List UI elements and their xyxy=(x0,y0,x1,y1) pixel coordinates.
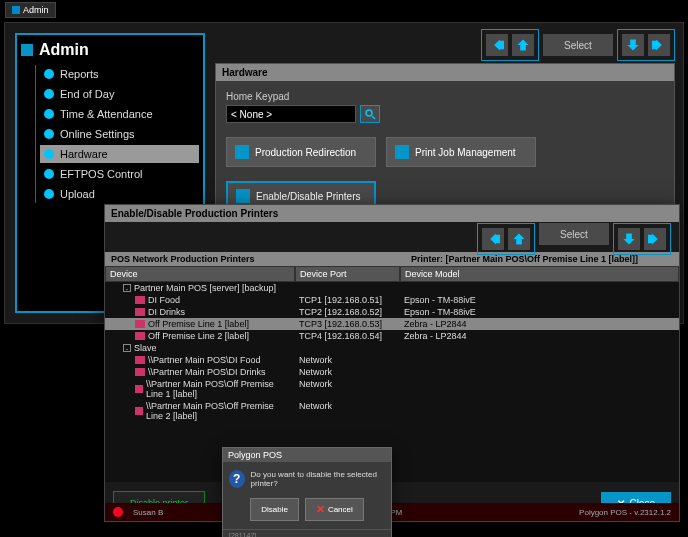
confirm-disable-label: Disable xyxy=(261,505,288,514)
device-model xyxy=(400,378,679,400)
sidebar-item-reports[interactable]: Reports xyxy=(40,65,199,83)
sidebar-title: Admin xyxy=(39,41,89,59)
redirect-icon xyxy=(235,145,249,159)
device-port: Network xyxy=(295,378,400,400)
printer-node-icon xyxy=(135,332,145,340)
device-port: TCP4 [192.168.0.54] xyxy=(295,330,400,342)
printers-dialog: Enable/Disable Production Printers Selec… xyxy=(104,204,680,522)
sidebar-item-end-of-day[interactable]: End of Day xyxy=(40,85,199,103)
confirm-footer: [281147] xyxy=(223,529,391,537)
sidebar-item-upload[interactable]: Upload xyxy=(40,185,199,203)
device-name: Off Premise Line 2 [label] xyxy=(148,331,249,341)
table-row[interactable]: DI DrinksTCP2 [192.168.0.52]Epson - TM-8… xyxy=(105,306,679,318)
status-user: Susan B xyxy=(133,508,163,517)
main-toolbar: Select xyxy=(481,29,675,61)
card-label: Print Job Management xyxy=(415,147,516,158)
dlg-nav-down-button[interactable] xyxy=(618,228,640,250)
sidebar-item-online-settings[interactable]: Online Settings xyxy=(40,125,199,143)
grid-body[interactable]: -Partner Main POS [server] [backup]DI Fo… xyxy=(105,282,679,482)
bullet-icon xyxy=(44,189,54,199)
device-name: \\Partner Main POS\DI Drinks xyxy=(148,367,266,377)
bullet-icon xyxy=(44,149,54,159)
nav-prev-button[interactable] xyxy=(486,34,508,56)
sidebar-item-label: Time & Attendance xyxy=(60,108,153,120)
dlg-nav-prev-button[interactable] xyxy=(482,228,504,250)
device-model xyxy=(400,282,679,294)
confirm-cancel-button[interactable]: ✕Cancel xyxy=(305,498,364,521)
sidebar-item-label: End of Day xyxy=(60,88,114,100)
question-icon: ? xyxy=(229,470,245,488)
table-row[interactable]: DI FoodTCP1 [192.168.0.51]Epson - TM-88i… xyxy=(105,294,679,306)
device-port xyxy=(295,282,400,294)
confirm-cancel-label: Cancel xyxy=(328,505,353,514)
sidebar-item-time-attendance[interactable]: Time & Attendance xyxy=(40,105,199,123)
device-model xyxy=(400,354,679,366)
device-model: Epson - TM-88ivE xyxy=(400,306,679,318)
record-icon xyxy=(113,507,123,517)
device-name: Slave xyxy=(134,343,157,353)
home-keypad-label: Home Keypad xyxy=(226,91,664,102)
table-row[interactable]: Off Premise Line 1 [label]TCP3 [192.168.… xyxy=(105,318,679,330)
grid-header: Device Device Port Device Model xyxy=(105,266,679,282)
dialog-toolbar: Select xyxy=(477,223,671,255)
dialog-sub-left: POS Network Production Printers xyxy=(111,254,411,264)
hardware-header: Hardware xyxy=(216,64,674,81)
printer-node-icon xyxy=(135,368,145,376)
admin-root-icon xyxy=(21,44,33,56)
printer-node-icon xyxy=(135,308,145,316)
expand-icon[interactable]: - xyxy=(123,344,131,352)
confirm-text: Do you want to disable the selected prin… xyxy=(251,470,385,488)
table-row[interactable]: \\Partner Main POS\DI FoodNetwork xyxy=(105,354,679,366)
status-bar: Susan B 23 04:46:53PM Polygon POS - v.23… xyxy=(105,503,679,521)
printer-node-icon xyxy=(135,407,143,415)
select-button[interactable]: Select xyxy=(543,34,613,56)
search-button[interactable] xyxy=(360,105,380,123)
sidebar-item-eftpos-control[interactable]: EFTPOS Control xyxy=(40,165,199,183)
bullet-icon xyxy=(44,109,54,119)
device-name: \\Partner Main POS\Off Premise Line 1 [l… xyxy=(146,379,291,399)
sidebar-item-hardware[interactable]: Hardware xyxy=(40,145,199,163)
device-name: \\Partner Main POS\Off Premise Line 2 [l… xyxy=(146,401,291,421)
app-icon xyxy=(12,6,20,14)
device-model xyxy=(400,366,679,378)
confirm-disable-button[interactable]: Disable xyxy=(250,498,299,521)
printer-node-icon xyxy=(135,356,145,364)
table-row[interactable]: -Slave xyxy=(105,342,679,354)
dlg-nav-up-button[interactable] xyxy=(508,228,530,250)
sidebar-item-label: Upload xyxy=(60,188,95,200)
bullet-icon xyxy=(44,69,54,79)
app-tab[interactable]: Admin xyxy=(5,2,56,18)
device-port: TCP1 [192.168.0.51] xyxy=(295,294,400,306)
device-name: Partner Main POS [server] [backup] xyxy=(134,283,276,293)
nav-next-button[interactable] xyxy=(648,34,670,56)
home-keypad-input[interactable] xyxy=(226,105,356,123)
printer-node-icon xyxy=(135,296,145,304)
sidebar-item-label: EFTPOS Control xyxy=(60,168,143,180)
device-name: Off Premise Line 1 [label] xyxy=(148,319,249,329)
sidebar-item-label: Online Settings xyxy=(60,128,135,140)
device-model xyxy=(400,342,679,354)
card-label: Enable/Disable Printers xyxy=(256,191,361,202)
nav-up-button[interactable] xyxy=(512,34,534,56)
table-row[interactable]: -Partner Main POS [server] [backup] xyxy=(105,282,679,294)
print-job-management-card[interactable]: Print Job Management xyxy=(386,137,536,167)
table-row[interactable]: Off Premise Line 2 [label]TCP4 [192.168.… xyxy=(105,330,679,342)
device-name: \\Partner Main POS\DI Food xyxy=(148,355,261,365)
dlg-nav-next-button[interactable] xyxy=(644,228,666,250)
table-row[interactable]: \\Partner Main POS\Off Premise Line 1 [l… xyxy=(105,378,679,400)
device-name: DI Food xyxy=(148,295,180,305)
col-model: Device Model xyxy=(400,266,679,282)
dlg-select-button[interactable]: Select xyxy=(539,223,609,245)
expand-icon[interactable]: - xyxy=(123,284,131,292)
table-row[interactable]: \\Partner Main POS\Off Premise Line 2 [l… xyxy=(105,400,679,422)
production-redirection-card[interactable]: Production Redirection xyxy=(226,137,376,167)
printer-icon xyxy=(236,189,250,203)
device-port xyxy=(295,342,400,354)
confirm-title: Polygon POS xyxy=(223,448,391,462)
table-row[interactable]: \\Partner Main POS\DI DrinksNetwork xyxy=(105,366,679,378)
nav-down-button[interactable] xyxy=(622,34,644,56)
bullet-icon xyxy=(44,169,54,179)
device-model: Epson - TM-88ivE xyxy=(400,294,679,306)
card-label: Production Redirection xyxy=(255,147,356,158)
sidebar-item-label: Reports xyxy=(60,68,99,80)
